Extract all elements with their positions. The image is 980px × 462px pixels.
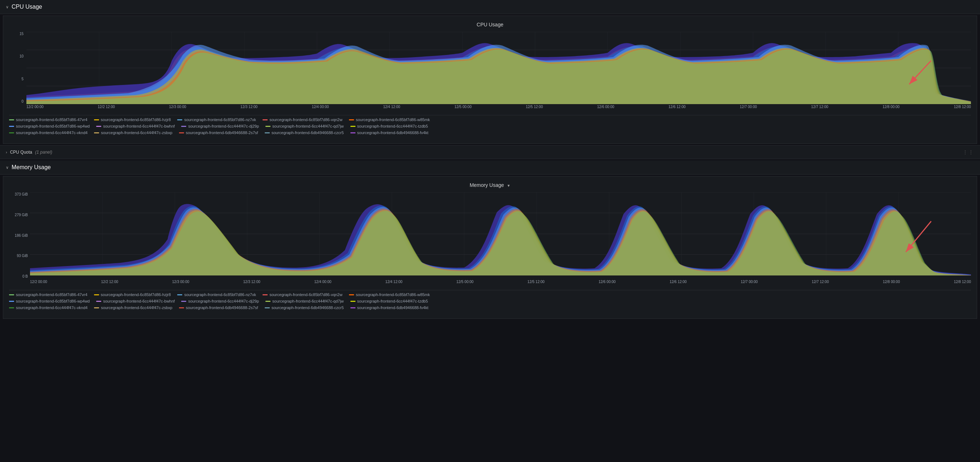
mem-legend-item-11: sourcegraph-frontend-6cc444f47c-zsbxp — [94, 305, 172, 310]
legend-item-4: sourcegraph-frontend-6c85bf7d86-w85mk — [349, 117, 430, 122]
mem-legend-item-14: sourcegraph-frontend-6db4946688-fv4kt — [350, 305, 428, 310]
mem-legend-label-7: sourcegraph-frontend-6cc444f47c-dj29p — [188, 299, 259, 303]
y-label-0: 0 — [9, 99, 24, 103]
legend-color-8 — [266, 126, 270, 127]
legend-color-6 — [96, 126, 101, 127]
legend-item-11: sourcegraph-frontend-6cc444f47c-zsbxp — [94, 130, 172, 135]
memory-usage-chevron: ∨ — [6, 165, 9, 170]
memory-usage-section-header[interactable]: ∨ Memory Usage — [0, 160, 980, 175]
mem-x-label-11: 12/7 12:00 — [812, 280, 829, 286]
mem-legend-item-6: sourcegraph-frontend-6cc444f47c-bwhnf — [96, 299, 175, 303]
mem-legend-item-12: sourcegraph-frontend-6db4946688-2s7sf — [179, 305, 258, 310]
mem-x-label-8: 12/6 00:00 — [598, 280, 616, 286]
x-label-10: 12/7 00:00 — [740, 105, 757, 111]
mem-legend-color-1 — [94, 294, 99, 295]
cpu-chart-svg — [26, 32, 971, 104]
mem-legend-color-11 — [94, 307, 99, 308]
cpu-quota-chevron: › — [6, 150, 7, 154]
cpu-usage-section-header[interactable]: ∨ CPU Usage — [0, 0, 980, 14]
legend-item-2: sourcegraph-frontend-6c85bf7d86-nz7xk — [177, 117, 256, 122]
mem-x-label-13: 12/8 12:00 — [954, 280, 971, 286]
legend-label-5: sourcegraph-frontend-6c85bf7d86-wp4wd — [16, 124, 90, 129]
mem-legend-color-10 — [9, 307, 14, 308]
x-label-3: 12/3 12:00 — [240, 105, 258, 111]
legend-color-7 — [181, 126, 186, 127]
x-label-2: 12/3 00:00 — [169, 105, 186, 111]
legend-color-11 — [94, 132, 99, 133]
legend-label-2: sourcegraph-frontend-6c85bf7d86-nz7xk — [184, 117, 256, 122]
mem-legend-item-8: sourcegraph-frontend-6cc444f47c-qd7jw — [266, 299, 344, 303]
legend-color-0 — [9, 119, 14, 121]
x-label-9: 12/6 12:00 — [669, 105, 686, 111]
mem-legend-item-13: sourcegraph-frontend-6db4946688-czcr5 — [265, 305, 344, 310]
mem-legend-item-2: sourcegraph-frontend-6c85bf7d86-nz7xk — [177, 292, 256, 297]
legend-item-10: sourcegraph-frontend-6cc444f47c-vknd4 — [9, 130, 88, 135]
memory-legend: sourcegraph-frontend-6c85bf7d86-47vr4 so… — [9, 290, 971, 313]
mem-legend-item-5: sourcegraph-frontend-6c85bf7d86-wp4wd — [9, 299, 90, 303]
x-label-6: 12/5 00:00 — [455, 105, 472, 111]
cpu-quota-section-header[interactable]: › CPU Quota (1 panel) ⋮⋮ — [0, 145, 980, 159]
mem-legend-item-9: sourcegraph-frontend-6cc444f47c-tzdb5 — [350, 299, 428, 303]
memory-chart-title-text: Memory Usage — [470, 182, 504, 188]
memory-chart-title[interactable]: Memory Usage ▼ — [9, 182, 971, 188]
mem-legend-label-0: sourcegraph-frontend-6c85bf7d86-47vr4 — [16, 292, 88, 297]
legend-label-13: sourcegraph-frontend-6db4946688-czcr5 — [272, 130, 344, 135]
mem-x-label-6: 12/5 00:00 — [457, 280, 473, 286]
legend-color-3 — [262, 119, 267, 121]
legend-label-11: sourcegraph-frontend-6cc444f47c-zsbxp — [101, 130, 172, 135]
mem-legend-item-1: sourcegraph-frontend-6c85bf7d86-hzjr8 — [94, 292, 171, 297]
x-label-7: 12/5 12:00 — [526, 105, 543, 111]
mem-y-label-279: 279 GiB — [9, 213, 28, 217]
legend-color-5 — [9, 126, 14, 127]
mem-x-label-1: 12/2 12:00 — [101, 280, 118, 286]
mem-x-label-7: 12/5 12:00 — [528, 280, 545, 286]
y-label-5: 5 — [9, 77, 24, 81]
legend-item-3: sourcegraph-frontend-6c85bf7d86-vqn2w — [262, 117, 342, 122]
mem-legend-label-10: sourcegraph-frontend-6cc444f47c-vknd4 — [16, 305, 88, 310]
mem-legend-label-11: sourcegraph-frontend-6cc444f47c-zsbxp — [101, 305, 172, 310]
mem-legend-label-12: sourcegraph-frontend-6db4946688-2s7sf — [186, 305, 258, 310]
mem-legend-color-7 — [181, 301, 186, 302]
legend-item-6: sourcegraph-frontend-6cc444f47c-bwhnf — [96, 124, 175, 129]
mem-x-label-9: 12/6 12:00 — [670, 280, 687, 286]
cpu-legend: sourcegraph-frontend-6c85bf7d86-47vr4 so… — [9, 115, 971, 138]
mem-legend-color-13 — [265, 307, 270, 308]
x-label-12: 12/8 00:00 — [882, 105, 899, 111]
mem-legend-color-3 — [262, 294, 267, 295]
mem-x-label-12: 12/8 00:00 — [883, 280, 900, 286]
cpu-usage-title: CPU Usage — [11, 4, 42, 10]
legend-label-1: sourcegraph-frontend-6c85bf7d86-hzjr8 — [101, 117, 171, 122]
mem-legend-color-12 — [179, 307, 184, 308]
mem-y-label-186: 186 GiB — [9, 233, 28, 238]
mem-y-label-93: 93 GiB — [9, 254, 28, 258]
mem-x-label-4: 12/4 00:00 — [314, 280, 331, 286]
mem-x-label-0: 12/2 00:00 — [30, 280, 47, 286]
legend-item-7: sourcegraph-frontend-6cc444f47c-dj29p — [181, 124, 259, 129]
cpu-usage-panel-wrapper: CPU Usage 15 10 5 0 — [0, 16, 980, 144]
x-label-13: 12/8 12:00 — [954, 105, 971, 111]
mem-legend-label-4: sourcegraph-frontend-6c85bf7d86-w85mk — [356, 292, 430, 297]
legend-color-14 — [350, 132, 355, 133]
mem-x-label-5: 12/4 12:00 — [385, 280, 402, 286]
legend-color-4 — [349, 119, 354, 121]
page: ∨ CPU Usage CPU Usage 15 10 5 0 — [0, 0, 980, 319]
legend-label-4: sourcegraph-frontend-6c85bf7d86-w85mk — [356, 117, 430, 122]
legend-item-0: sourcegraph-frontend-6c85bf7d86-47vr4 — [9, 117, 88, 122]
cpu-quota-title: CPU Quota — [10, 150, 32, 155]
mem-x-label-3: 12/3 12:00 — [243, 280, 260, 286]
x-label-1: 12/2 12:00 — [98, 105, 115, 111]
x-label-11: 12/7 12:00 — [811, 105, 828, 111]
mem-legend-color-6 — [96, 301, 101, 302]
mem-x-label-10: 12/7 00:00 — [741, 280, 757, 286]
memory-usage-title: Memory Usage — [11, 164, 51, 171]
mem-legend-color-5 — [9, 301, 14, 302]
x-label-0: 12/2 00:00 — [26, 105, 43, 111]
x-label-4: 12/4 00:00 — [312, 105, 329, 111]
legend-item-12: sourcegraph-frontend-6db4946688-2s7sf — [179, 130, 258, 135]
cpu-chart-title: CPU Usage — [9, 22, 971, 27]
memory-chart-container: 373 GiB 279 GiB 186 GiB 93 GiB 0 B — [9, 192, 971, 286]
mem-legend-color-0 — [9, 294, 14, 295]
mem-x-label-2: 12/3 00:00 — [172, 280, 189, 286]
mem-legend-item-4: sourcegraph-frontend-6c85bf7d86-w85mk — [349, 292, 430, 297]
legend-label-14: sourcegraph-frontend-6db4946688-fv4kt — [357, 130, 428, 135]
